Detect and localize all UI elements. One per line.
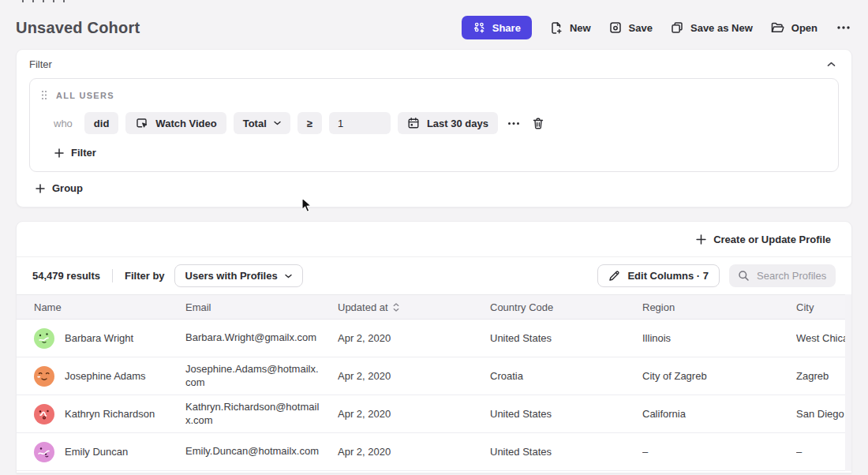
create-or-update-profile-label: Create or Update Profile — [713, 234, 831, 245]
collapse-panel-button[interactable] — [825, 60, 837, 69]
profile-city: West Chicago — [796, 332, 845, 344]
profile-updated-at: Apr 2, 2020 — [338, 332, 490, 344]
avatar — [34, 404, 54, 425]
page-header: Unsaved Cohort Share New — [0, 0, 868, 49]
sort-icon[interactable] — [393, 303, 399, 312]
chevron-down-icon — [274, 121, 281, 125]
profile-name: Josephine Adams — [65, 370, 146, 382]
pencil-icon — [608, 270, 620, 282]
profiles-table: Name Email Updated at Country Code Regio… — [17, 294, 851, 471]
filter-panel-title: Filter — [29, 58, 52, 70]
results-panel: Create or Update Profile 54,479 results … — [16, 221, 852, 473]
date-range-chip-label: Last 30 days — [427, 118, 488, 129]
profiles-filter-value: Users with Profiles — [185, 270, 278, 282]
profile-country-code: Croatia — [490, 370, 642, 382]
profile-country-code: United States — [490, 408, 642, 420]
avatar — [34, 328, 54, 349]
profile-city: – — [796, 446, 845, 458]
profile-email: Emily.Duncan@hotmailx.com — [185, 445, 338, 458]
plus-icon — [696, 234, 706, 245]
profile-email: Barbara.Wright@gmailx.com — [185, 331, 338, 344]
profile-name: Kathryn Richardson — [65, 408, 155, 420]
share-users-icon — [473, 21, 486, 34]
group-label: ALL USERS — [56, 91, 114, 100]
delete-condition-button[interactable] — [529, 114, 547, 133]
edit-columns-label: Edit Columns · 7 — [627, 270, 709, 282]
watch-video-event-icon — [135, 117, 148, 130]
table-scroll-gutter[interactable] — [845, 294, 851, 471]
plus-icon — [36, 184, 45, 193]
new-button[interactable]: New — [549, 21, 591, 36]
profile-name: Emily Duncan — [65, 446, 128, 458]
date-range-chip[interactable]: Last 30 days — [398, 112, 498, 134]
profiles-filter-dropdown[interactable]: Users with Profiles — [174, 264, 303, 287]
table-row[interactable]: Barbara Wright Barbara.Wright@gmailx.com… — [17, 320, 851, 357]
column-header-country-code[interactable]: Country Code — [490, 301, 642, 313]
profile-region: California — [642, 408, 796, 420]
event-chip[interactable]: Watch Video — [125, 112, 226, 134]
profile-email: Kathryn.Richardson@hotmailx.com — [185, 401, 338, 427]
condition-more-button[interactable] — [505, 119, 522, 128]
avatar — [34, 366, 54, 387]
event-chip-label: Watch Video — [155, 118, 216, 129]
save-as-new-button[interactable]: Save as New — [670, 21, 753, 35]
toolbar-divider — [112, 269, 113, 282]
open-button[interactable]: Open — [770, 21, 817, 35]
save-icon — [608, 21, 623, 35]
folder-open-icon — [770, 21, 785, 35]
header-actions: Share New Save — [462, 16, 852, 39]
column-header-email[interactable]: Email — [185, 301, 338, 313]
trash-icon — [532, 117, 544, 130]
profile-country-code: United States — [490, 446, 642, 458]
plus-icon — [54, 148, 64, 158]
who-label: who — [54, 118, 73, 129]
aggregation-chip[interactable]: Total — [234, 112, 290, 134]
threshold-value-input[interactable] — [329, 112, 391, 134]
open-button-label: Open — [791, 22, 817, 34]
table-row[interactable]: Kathryn Richardson Kathryn.Richardson@ho… — [17, 395, 851, 433]
did-chip[interactable]: did — [84, 112, 119, 134]
share-button[interactable]: Share — [462, 16, 532, 39]
column-header-region[interactable]: Region — [642, 301, 796, 313]
new-button-label: New — [570, 22, 591, 34]
chevron-up-icon — [827, 62, 836, 67]
profile-city: Zagreb — [796, 370, 845, 382]
profile-email: Josephine.Adams@hotmailx.com — [185, 363, 338, 389]
aggregation-chip-label: Total — [243, 118, 267, 129]
operator-chip[interactable]: ≥ — [297, 112, 322, 134]
clipped-top-content — [22, 0, 65, 2]
profile-region: – — [642, 446, 796, 458]
table-row[interactable]: Josephine Adams Josephine.Adams@hotmailx… — [17, 357, 851, 395]
profiles-search[interactable] — [729, 264, 836, 287]
calendar-icon — [407, 117, 420, 129]
chevron-down-icon — [285, 274, 292, 279]
column-header-city[interactable]: City — [796, 301, 845, 313]
column-header-name[interactable]: Name — [34, 301, 185, 313]
filter-by-label: Filter by — [125, 270, 165, 282]
results-toolbar: 54,479 results Filter by Users with Prof… — [17, 257, 851, 294]
profile-updated-at: Apr 2, 2020 — [338, 370, 490, 382]
drag-handle-icon[interactable] — [41, 90, 47, 100]
profile-name: Barbara Wright — [65, 332, 133, 344]
save-as-new-button-label: Save as New — [690, 22, 753, 34]
create-or-update-profile-button[interactable]: Create or Update Profile — [696, 234, 831, 245]
operator-chip-label: ≥ — [307, 118, 312, 129]
did-chip-label: did — [94, 118, 110, 129]
add-filter-button[interactable]: Filter — [54, 147, 96, 159]
table-row[interactable]: Emily Duncan Emily.Duncan@hotmailx.com A… — [17, 433, 851, 471]
save-button[interactable]: Save — [608, 21, 653, 35]
filter-group: ALL USERS who did Watch Video Total — [29, 78, 839, 172]
profile-city: San Diego — [796, 408, 845, 420]
table-header-row: Name Email Updated at Country Code Regio… — [17, 294, 851, 320]
filter-panel: Filter ALL USERS who did — [16, 49, 852, 208]
column-header-updated-at[interactable]: Updated at — [338, 301, 490, 313]
share-button-label: Share — [492, 22, 521, 34]
avatar — [34, 442, 54, 462]
profiles-search-input[interactable] — [757, 270, 827, 282]
more-options-button[interactable] — [835, 24, 852, 32]
edit-columns-button[interactable]: Edit Columns · 7 — [597, 264, 720, 287]
profile-region: Illinois — [642, 332, 796, 344]
profile-region: City of Zagreb — [642, 370, 796, 382]
add-group-button[interactable]: Group — [36, 182, 83, 194]
profile-country-code: United States — [490, 332, 642, 344]
